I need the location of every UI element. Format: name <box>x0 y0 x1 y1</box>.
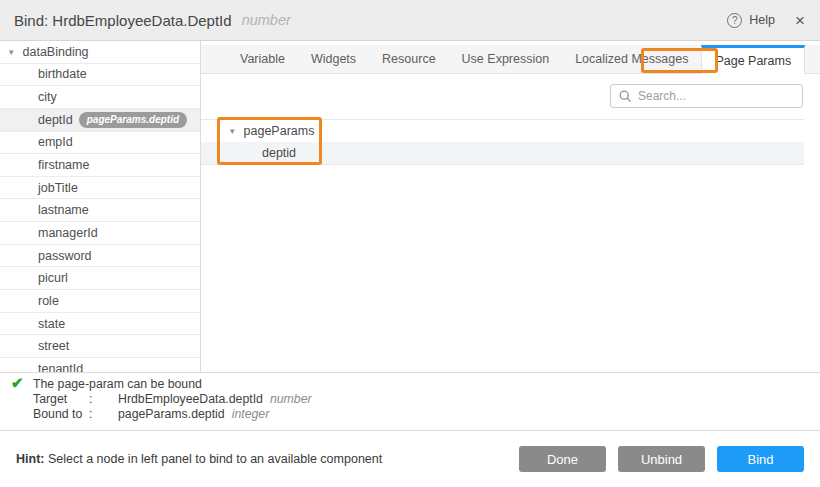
sidebar-item-label: tenantId <box>38 362 83 372</box>
status-separator: : <box>89 392 118 407</box>
help-icon[interactable]: ? <box>727 13 742 28</box>
status-value: HrdbEmployeeData.deptId <box>118 392 263 407</box>
tab-bar: Variable Widgets Resource Use Expression… <box>201 45 820 74</box>
tab-page-params[interactable]: Page Params <box>701 45 805 74</box>
search-box[interactable] <box>610 84 803 108</box>
sidebar-item-label: street <box>38 339 69 353</box>
tree-node-label: deptid <box>262 146 296 160</box>
status-target-row: Target : HrdbEmployeeData.deptId number <box>33 392 312 407</box>
page-params-tree: ▾ pageParams deptid <box>201 119 804 165</box>
tree-node-pageparams[interactable]: ▾ pageParams <box>201 119 804 142</box>
tab-variable[interactable]: Variable <box>227 45 298 73</box>
done-button[interactable]: Done <box>519 446 606 472</box>
status-type: number <box>270 392 312 407</box>
footer-bar: Hint: Select a node in left panel to bin… <box>0 431 820 487</box>
sidebar-item-label: role <box>38 294 59 308</box>
sidebar-item-label: empId <box>38 135 73 149</box>
sidebar-item[interactable]: picurl <box>0 267 200 290</box>
status-label: Target <box>33 392 89 407</box>
main-panel: Variable Widgets Resource Use Expression… <box>201 41 820 372</box>
hint-body: Select a node in left panel to bind to a… <box>44 452 382 466</box>
page-title: Bind: HrdbEmployeeData.DeptId <box>14 12 232 29</box>
status-message-row: The page-param can be bound <box>33 377 312 392</box>
tab-localized-messages[interactable]: Localized Messages <box>562 45 701 73</box>
sidebar-item-label: lastname <box>38 203 89 217</box>
caret-down-icon[interactable]: ▾ <box>230 126 235 136</box>
sidebar-item[interactable]: firstname <box>0 154 200 177</box>
help-button[interactable]: Help <box>749 13 775 27</box>
status-separator: : <box>89 407 118 422</box>
sidebar-item-label: city <box>38 90 57 104</box>
binding-badge: pageParams.deptid <box>79 112 187 128</box>
sidebar-item[interactable]: password <box>0 245 200 268</box>
sidebar-item[interactable]: state <box>0 313 200 336</box>
sidebar-item[interactable]: empId <box>0 132 200 155</box>
status-message: The page-param can be bound <box>33 377 202 392</box>
binding-tree-panel: ▾ dataBinding birthdate city deptId page… <box>0 41 201 372</box>
sidebar-item[interactable]: role <box>0 290 200 313</box>
status-type: integer <box>232 407 270 422</box>
bind-button[interactable]: Bind <box>717 446 804 472</box>
unbind-button[interactable]: Unbind <box>618 446 705 472</box>
sidebar-item-label: picurl <box>38 271 68 285</box>
caret-down-icon[interactable]: ▾ <box>9 47 14 57</box>
dialog-titlebar: Bind: HrdbEmployeeData.DeptId number ? H… <box>0 0 820 41</box>
sidebar-item-label: managerId <box>38 226 98 240</box>
status-panel: ✔ The page-param can be bound Target : H… <box>0 372 820 431</box>
sidebar-item-deptid[interactable]: deptId pageParams.deptid <box>0 109 200 132</box>
sidebar-item[interactable]: managerId <box>0 222 200 245</box>
sidebar-item-label: firstname <box>38 158 89 172</box>
tab-resource[interactable]: Resource <box>369 45 449 73</box>
sidebar-item-label: deptId <box>38 113 73 127</box>
sidebar-item-label: jobTitle <box>38 181 78 195</box>
sidebar-item-label: password <box>38 249 92 263</box>
hint-label: Hint: <box>16 452 44 466</box>
sidebar-item-databinding[interactable]: ▾ dataBinding <box>0 41 200 64</box>
check-icon: ✔ <box>11 374 24 392</box>
tree-node-label: pageParams <box>244 124 315 138</box>
status-label: Bound to <box>33 407 89 422</box>
sidebar-item[interactable]: city <box>0 86 200 109</box>
sidebar-item[interactable]: birthdate <box>0 64 200 87</box>
tree-node-deptid[interactable]: deptid <box>201 142 804 165</box>
tab-use-expression[interactable]: Use Expression <box>449 45 563 73</box>
status-boundto-row: Bound to : pageParams.deptid integer <box>33 407 312 422</box>
status-value: pageParams.deptid <box>118 407 225 422</box>
sidebar-item[interactable]: jobTitle <box>0 177 200 200</box>
sidebar-item[interactable]: street <box>0 335 200 358</box>
hint-text: Hint: Select a node in left panel to bin… <box>16 452 382 466</box>
titlebar-actions: ? Help × <box>727 12 805 29</box>
search-input[interactable] <box>638 89 794 103</box>
sidebar-item-label: state <box>38 317 65 331</box>
sidebar-item[interactable]: lastname <box>0 199 200 222</box>
sidebar-item-label: dataBinding <box>23 45 89 59</box>
search-icon <box>619 90 632 103</box>
sidebar-item-label: birthdate <box>38 67 87 81</box>
title-type-hint: number <box>242 12 291 28</box>
sidebar-item[interactable]: tenantId <box>0 358 200 372</box>
status-lines: The page-param can be bound Target : Hrd… <box>33 377 312 423</box>
tab-widgets[interactable]: Widgets <box>298 45 369 73</box>
close-icon[interactable]: × <box>795 12 805 29</box>
action-buttons: Done Unbind Bind <box>519 446 804 472</box>
